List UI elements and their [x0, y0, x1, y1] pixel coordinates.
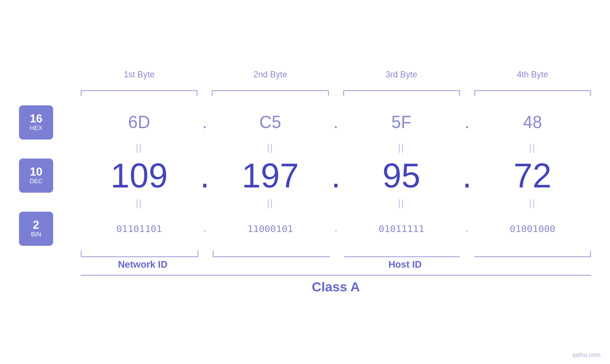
top-brackets-area	[81, 90, 591, 96]
bin-row: 2 BIN 01101101 . 11000101 . 01011111 . 0…	[19, 212, 591, 246]
header-byte3: 3rd Byte	[343, 70, 460, 84]
dec-dot1: .	[197, 156, 212, 195]
bin-badge: 2 BIN	[19, 212, 53, 246]
host-id-label: Host ID	[388, 259, 422, 270]
hex-badge: 16 HEX	[19, 105, 53, 140]
equals-sym-2a: ||	[81, 198, 197, 209]
bin-dot1: .	[197, 223, 212, 234]
equals-sym-2d: ||	[474, 198, 591, 209]
headers-row: 1st Byte 2nd Byte 3rd Byte 4th Byte	[19, 70, 591, 84]
hex-values: 6D . C5 . 5F . 48	[81, 112, 591, 132]
dec-byte2: 197	[212, 156, 328, 195]
bin-badge-label: BIN	[31, 231, 41, 238]
equals-sym-2b: ||	[212, 198, 328, 209]
hex-byte2: C5	[212, 112, 328, 132]
hex-byte4: 48	[474, 112, 591, 132]
host-id-label-wrapper: Host ID	[219, 259, 591, 270]
network-id-label: Network ID	[81, 259, 205, 270]
main-container: 1st Byte 2nd Byte 3rd Byte 4th Byte 16 H…	[0, 0, 610, 364]
hex-byte1: 6D	[81, 112, 197, 132]
header-byte2: 2nd Byte	[212, 70, 328, 84]
top-bracket-4	[474, 90, 591, 96]
top-bracket-2	[212, 90, 328, 96]
header-byte4: 4th Byte	[474, 70, 591, 84]
dec-badge-number: 10	[30, 166, 43, 177]
host-bracket-mid	[344, 251, 460, 257]
bin-byte2: 11000101	[212, 223, 328, 234]
host-bracket-end	[474, 251, 591, 257]
bottom-brackets-area	[81, 251, 591, 257]
labels-area: Network ID Host ID	[81, 259, 591, 270]
equals-area-2: || || || ||	[81, 198, 591, 209]
bin-byte4: 01001000	[474, 223, 591, 234]
class-label: Class A	[312, 280, 360, 295]
dec-byte3: 95	[343, 156, 460, 195]
bottom-brackets-container	[19, 251, 591, 257]
dec-badge-col: 10 DEC	[19, 159, 81, 193]
byte-headers: 1st Byte 2nd Byte 3rd Byte 4th Byte	[81, 70, 591, 84]
watermark: ipshu.com	[572, 351, 601, 358]
top-bracket-1	[81, 90, 197, 96]
dec-byte4: 72	[474, 156, 591, 195]
hex-badge-label: HEX	[30, 124, 43, 132]
dec-badge-label: DEC	[29, 177, 42, 185]
equals-area-1: || || || ||	[81, 142, 591, 153]
class-area: Class A	[81, 275, 591, 295]
top-brackets-row	[19, 90, 591, 96]
bin-badge-col: 2 BIN	[19, 212, 81, 246]
host-bracket-start	[213, 251, 329, 257]
equals-sym-1c: ||	[343, 142, 460, 153]
hex-dot1: .	[197, 112, 212, 132]
hex-dot2: .	[329, 112, 343, 132]
class-line	[81, 275, 591, 276]
dec-badge: 10 DEC	[19, 159, 53, 193]
equals-row-2: || || || ||	[19, 198, 591, 209]
dec-dot3: .	[460, 156, 474, 195]
bin-byte1: 01101101	[81, 223, 197, 234]
equals-sym-1a: ||	[81, 142, 197, 153]
hex-row: 16 HEX 6D . C5 . 5F . 48	[19, 105, 591, 140]
dec-row: 10 DEC 109 . 197 . 95 . 72	[19, 156, 591, 195]
equals-sym-1d: ||	[474, 142, 591, 153]
equals-row-1: || || || ||	[19, 142, 591, 153]
class-row: Class A	[19, 275, 591, 295]
dec-dot2: .	[329, 156, 343, 195]
network-bracket	[81, 251, 198, 257]
bin-byte3: 01011111	[343, 223, 460, 234]
equals-sym-1b: ||	[212, 142, 328, 153]
bin-dot2: .	[329, 223, 343, 234]
hex-badge-col: 16 HEX	[19, 105, 81, 140]
top-bracket-3	[343, 90, 460, 96]
hex-byte3: 5F	[343, 112, 460, 132]
dec-byte1: 109	[81, 156, 197, 195]
header-byte1: 1st Byte	[81, 70, 197, 84]
bin-badge-number: 2	[33, 219, 39, 231]
bin-values: 01101101 . 11000101 . 01011111 . 0100100…	[81, 223, 591, 234]
dec-values: 109 . 197 . 95 . 72	[81, 156, 591, 195]
equals-sym-2c: ||	[343, 198, 460, 209]
labels-row: Network ID Host ID	[19, 259, 591, 270]
bin-dot3: .	[460, 223, 474, 234]
hex-badge-number: 16	[30, 113, 43, 124]
hex-dot3: .	[460, 112, 474, 132]
